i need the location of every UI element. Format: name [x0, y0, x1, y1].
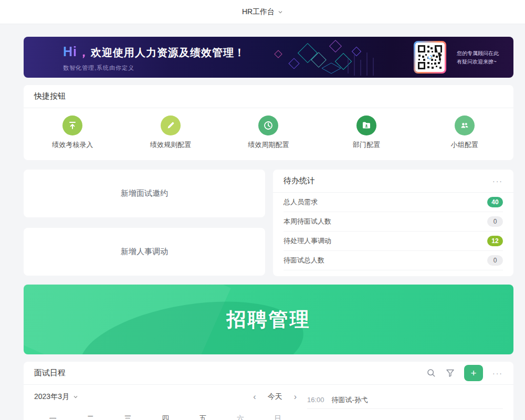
todo-row-week-interviews: 本周待面试人数 0 [284, 212, 503, 232]
weekday-header-row: 一 二 三 四 五 六 日 [34, 414, 297, 420]
schedule-title: 面试日程 [34, 368, 66, 378]
add-event-button[interactable]: + [464, 365, 483, 381]
today-button[interactable]: 今天 [268, 392, 282, 402]
event-list-pane: 16:00 待面试-孙弋 [307, 385, 503, 420]
consultant-qr-code [414, 41, 446, 74]
top-nav: HR工作台 [0, 0, 525, 24]
folder-user-icon [356, 116, 376, 135]
count-badge: 0 [487, 255, 503, 266]
event-name: 待面试-孙弋 [332, 395, 368, 405]
page-title: HR工作台 [242, 7, 275, 17]
quick-action-label: 绩效规则配置 [150, 140, 191, 150]
recruitment-management-banner[interactable]: 招聘管理 [24, 285, 513, 354]
new-interview-invite-card[interactable]: 新增面试邀约 [24, 170, 265, 217]
quick-action-label: 部门配置 [353, 140, 380, 150]
quick-action-group-config[interactable]: 小组配置 [415, 116, 513, 150]
count-badge: 12 [487, 236, 503, 246]
more-menu-icon[interactable]: ··· [492, 369, 503, 377]
clock-icon [258, 116, 278, 135]
quick-actions-card: 快捷按钮 绩效考核录入 绩效规则配置 绩效周期配置 [24, 85, 513, 160]
qr-note-line2: 有疑问欢迎来撩~ [457, 58, 499, 66]
filter-icon[interactable] [445, 369, 455, 378]
qr-note-line1: 您的专属顾问在此 [457, 49, 499, 58]
quick-action-label: 小组配置 [451, 140, 478, 150]
todo-row-pending-transfers: 待处理人事调动 12 [284, 232, 503, 251]
prev-arrow[interactable]: ‹ [253, 392, 256, 402]
more-menu-icon[interactable]: ··· [492, 177, 503, 185]
action-card-label: 新增人事调动 [121, 247, 168, 257]
interview-schedule-card: 面试日程 + ··· 2023年3月 [24, 362, 513, 420]
hero-title: 欢迎使用人力资源及绩效管理！ [91, 46, 245, 60]
next-arrow[interactable]: › [294, 392, 297, 402]
quick-action-rule-config[interactable]: 绩效规则配置 [122, 116, 220, 150]
quick-actions-title: 快捷按钮 [34, 91, 66, 101]
weekday-label: 日 [259, 414, 297, 420]
new-personnel-transfer-card[interactable]: 新增人事调动 [24, 228, 265, 276]
todo-row-total-interviews: 待面试总人数 0 [284, 251, 503, 270]
weekday-label: 三 [109, 414, 146, 420]
quick-action-label: 绩效周期配置 [248, 140, 289, 150]
workspace-switcher[interactable]: HR工作台 [242, 7, 283, 17]
hero-subtitle: 数智化管理,系统由你定义 [63, 64, 245, 72]
upload-icon [62, 116, 82, 135]
weekday-label: 二 [71, 414, 109, 420]
event-row[interactable]: 16:00 待面试-孙弋 [307, 391, 503, 409]
todo-row-total-demand: 总人员需求 40 [284, 193, 503, 212]
calendar-pane: 2023年3月 ‹ 今天 › 一 二 三 四 [34, 385, 297, 420]
month-picker[interactable]: 2023年3月 [34, 392, 78, 402]
todo-stats-title: 待办统计 [284, 176, 315, 186]
recruit-banner-title: 招聘管理 [227, 307, 311, 333]
quick-action-performance-entry[interactable]: 绩效考核录入 [24, 116, 122, 150]
hero-greeting: Hi， [63, 43, 91, 60]
chevron-down-icon [73, 394, 78, 400]
quick-action-department-config[interactable]: 部门配置 [318, 116, 416, 150]
people-icon [455, 116, 475, 135]
qr-pattern-icon [417, 44, 443, 70]
pencil-icon [161, 116, 181, 135]
count-badge: 0 [487, 216, 503, 227]
count-badge: 40 [487, 197, 503, 207]
weekday-label: 四 [146, 414, 184, 420]
month-label: 2023年3月 [34, 392, 69, 402]
isometric-decoration [269, 37, 406, 78]
quick-action-label: 绩效考核录入 [52, 140, 93, 150]
weekday-label: 五 [184, 414, 222, 420]
search-icon[interactable] [426, 369, 436, 378]
chevron-down-icon [278, 9, 283, 15]
todo-stats-card: 待办统计 ··· 总人员需求 40 本周待面试人数 0 待处理人事调动 12 待… [273, 170, 513, 276]
weekday-label: 一 [34, 414, 71, 420]
quick-action-cycle-config[interactable]: 绩效周期配置 [219, 116, 318, 150]
welcome-banner: Hi， 欢迎使用人力资源及绩效管理！ 数智化管理,系统由你定义 [24, 37, 513, 78]
event-time: 16:00 [307, 396, 324, 404]
weekday-label: 六 [222, 414, 259, 420]
action-card-label: 新增面试邀约 [121, 188, 168, 198]
